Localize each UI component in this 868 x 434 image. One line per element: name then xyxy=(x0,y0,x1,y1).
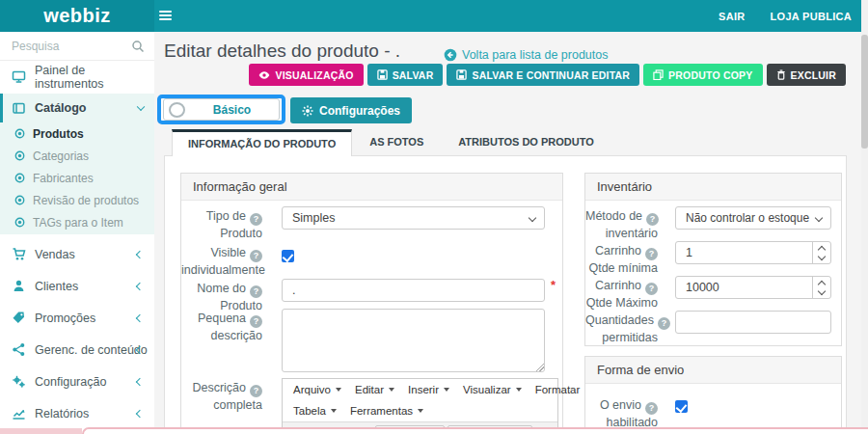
sidebar-search xyxy=(0,32,154,61)
toggle-knob[interactable] xyxy=(169,102,185,118)
copy-product-button-label: PRODUTO COPY xyxy=(668,69,752,81)
search-input[interactable] xyxy=(0,32,127,60)
editor-menu-tools[interactable]: Ferramentas xyxy=(343,401,430,420)
tab-product-attributes[interactable]: ATRIBUTOS DO PRODUTO xyxy=(441,129,611,156)
product-name-input[interactable] xyxy=(282,279,545,302)
chevron-down-icon xyxy=(529,214,536,222)
sidebar-item-configuration[interactable]: Configuração xyxy=(0,366,154,397)
cart-min-qty-input[interactable] xyxy=(675,241,831,264)
chevron-down-icon xyxy=(815,214,823,222)
help-icon[interactable]: ? xyxy=(250,385,262,397)
help-icon[interactable]: ? xyxy=(645,283,658,295)
visible-individually-label: Visible? individualmente xyxy=(181,245,262,278)
chevron-down-icon xyxy=(137,103,145,111)
gears-icon xyxy=(12,374,26,389)
chevron-left-icon xyxy=(136,282,144,289)
circle-dot-icon xyxy=(14,195,25,205)
copy-product-button[interactable]: PRODUTO COPY xyxy=(643,64,762,86)
product-name-label: Nome do? Produto xyxy=(181,281,262,313)
help-icon[interactable]: ? xyxy=(250,213,262,226)
editor-menu-view[interactable]: Visualizar xyxy=(456,380,529,399)
tab-pictures[interactable]: AS FOTOS xyxy=(352,129,441,156)
help-icon[interactable]: ? xyxy=(250,315,262,328)
chevron-left-icon xyxy=(136,409,144,417)
tab-content-card: Informação geral Tipo de? Produto Simple… xyxy=(164,155,847,434)
preview-button-label: VISUALIZAÇÃO xyxy=(275,69,353,81)
delete-button[interactable]: EXCLUIR xyxy=(767,64,847,86)
copy-icon xyxy=(653,69,664,80)
sidebar-item-categories[interactable]: Categorias xyxy=(0,145,154,167)
help-icon[interactable]: ? xyxy=(250,285,262,298)
settings-button[interactable]: Configurações xyxy=(290,97,412,123)
help-icon[interactable]: ? xyxy=(658,317,670,330)
preview-button[interactable]: VISUALIZAÇÃO xyxy=(249,64,363,86)
sidebar-item-content-management[interactable]: Gerenc. de conteúdo xyxy=(0,334,154,366)
app-logo: webbiz xyxy=(0,0,154,32)
help-icon[interactable]: ? xyxy=(645,402,658,415)
save-continue-button[interactable]: SALVAR E CONTINUAR EDITAR xyxy=(447,64,639,86)
panel-title: Informação geral xyxy=(181,174,562,201)
sidebar-item-products[interactable]: Produtos xyxy=(0,122,154,145)
sign-out-link[interactable]: SAIR xyxy=(719,11,745,22)
cart-min-qty-label: Carrinho? Qtde mínima xyxy=(585,243,658,276)
caret-icon xyxy=(389,388,394,392)
public-store-link[interactable]: LOJA PUBLICA xyxy=(771,11,852,22)
number-spinner[interactable] xyxy=(812,277,830,298)
sidebar-item-catalog[interactable]: Catálogo xyxy=(0,94,154,122)
sidebar-item-label: Promoções xyxy=(35,312,95,325)
short-description-textarea[interactable] xyxy=(282,309,545,372)
shipping-enabled-label: O envio? habilitado xyxy=(585,397,658,430)
editor-menu-table[interactable]: Tabela xyxy=(286,401,343,420)
short-description-label: Pequena? descrição xyxy=(181,311,262,343)
sidebar-item-dashboard[interactable]: Painel de instrumentos xyxy=(0,61,154,93)
resize-grip[interactable] xyxy=(535,363,544,371)
caret-icon xyxy=(444,388,449,392)
full-description-label: Descrição? completa xyxy=(181,380,262,413)
editor-menu-edit[interactable]: Editar xyxy=(348,380,401,399)
panel-title: Inventário xyxy=(585,174,841,201)
cart-icon xyxy=(12,247,26,261)
sidebar-item-label: Categorias xyxy=(33,149,89,163)
sidebar-item-reports[interactable]: Relatórios xyxy=(0,397,154,429)
catalog-section: Catálogo Produtos Categorias Fabricantes… xyxy=(0,94,154,234)
book-icon xyxy=(12,101,26,116)
allowed-quantities-input[interactable] xyxy=(675,311,831,334)
panel-title: Forma de envio xyxy=(585,357,841,384)
help-icon[interactable]: ? xyxy=(645,248,658,260)
back-to-product-list-link[interactable]: Volta para lista de produtos xyxy=(444,48,609,62)
help-icon[interactable]: ? xyxy=(646,213,659,226)
chevron-left-icon xyxy=(136,250,144,258)
save-continue-button-label: SALVAR E CONTINUAR EDITAR xyxy=(472,69,630,81)
basic-advanced-toggle[interactable]: Básico xyxy=(163,98,280,121)
sidebar-item-label: Produtos xyxy=(33,127,84,141)
product-type-value: Simples xyxy=(292,211,335,225)
sidebar-item-label: Relatórios xyxy=(35,407,89,420)
sidebar-item-product-reviews[interactable]: Revisão de produtos xyxy=(0,189,154,211)
caret-icon xyxy=(516,388,522,392)
scrollbar-thumb[interactable] xyxy=(861,35,868,149)
sidebar-toggle-icon[interactable] xyxy=(159,11,173,21)
sidebar-item-customers[interactable]: Clientes xyxy=(0,270,154,302)
editor-menu-insert[interactable]: Inserir xyxy=(401,380,456,399)
sidebar-item-sales[interactable]: Vendas xyxy=(0,238,154,270)
sidebar-item-manufacturers[interactable]: Fabricantes xyxy=(0,167,154,189)
save-button[interactable]: SALVAR xyxy=(367,64,444,86)
product-type-select[interactable]: Simples xyxy=(282,206,545,230)
chevron-left-icon xyxy=(136,313,144,321)
visible-individually-checkbox[interactable] xyxy=(282,250,294,262)
shipping-enabled-checkbox[interactable] xyxy=(675,400,688,413)
number-spinner[interactable] xyxy=(812,242,830,263)
cart-max-qty-input[interactable] xyxy=(675,276,831,299)
help-icon[interactable]: ? xyxy=(250,250,262,262)
tab-product-info[interactable]: INFORMAÇÃO DO PRODUTO xyxy=(172,129,352,156)
inventory-method-select[interactable]: Não controlar o estoque xyxy=(675,206,831,230)
sidebar-item-promotions[interactable]: Promoções xyxy=(0,302,154,334)
sidebar-item-product-tags[interactable]: TAGs para o Item xyxy=(0,211,154,233)
editor-menu-file[interactable]: Arquivo xyxy=(286,380,348,399)
floppy-icon xyxy=(377,69,388,80)
chart-line-icon xyxy=(12,406,26,420)
back-link-label: Volta para lista de produtos xyxy=(462,48,609,62)
sidebar-item-label: Vendas xyxy=(35,248,75,261)
gear-icon xyxy=(302,105,313,117)
circle-dot-icon xyxy=(14,150,25,161)
